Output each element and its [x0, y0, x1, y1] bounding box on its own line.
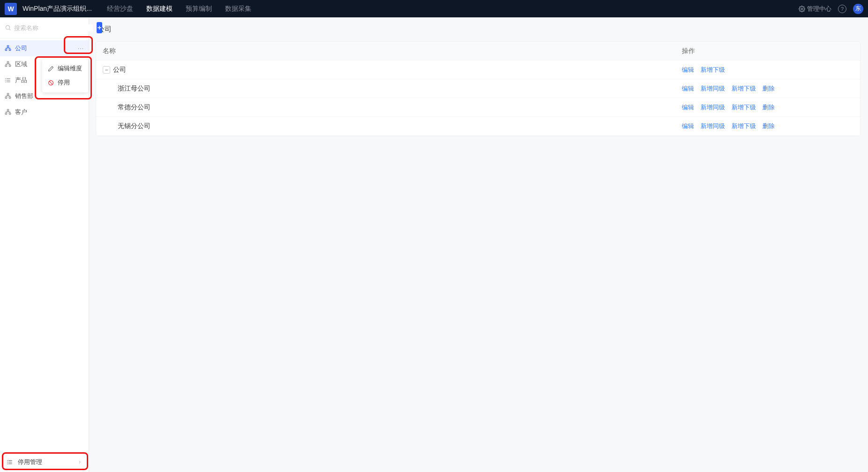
- tab-budget[interactable]: 预算编制: [186, 0, 212, 17]
- op-add-peer[interactable]: 新增同级: [701, 122, 725, 130]
- disabled-management-button[interactable]: 停用管理: [0, 452, 89, 472]
- svg-rect-18: [5, 97, 7, 99]
- management-center-link[interactable]: 管理中心: [799, 5, 831, 13]
- menu-edit-label: 编辑维度: [58, 64, 82, 73]
- company-table: 名称 操作 − 公司 编辑 新增下级 浙江母公司 编辑 新: [96, 41, 860, 136]
- layout: 公司 ··· 区域 产品 销售部: [0, 17, 868, 472]
- help-icon[interactable]: ?: [838, 5, 846, 13]
- menu-disable-label: 停用: [58, 78, 70, 87]
- sidebar-item-customer[interactable]: 客户: [0, 104, 89, 120]
- search-icon: [5, 24, 11, 31]
- forbidden-icon: [48, 80, 54, 86]
- cell-ops: 编辑 新增同级 新增下级 删除: [676, 84, 860, 93]
- chevron-right-icon: [77, 460, 82, 464]
- tab-data-model[interactable]: 数据建模: [146, 0, 173, 17]
- svg-point-30: [8, 464, 8, 464]
- op-delete[interactable]: 删除: [762, 84, 775, 93]
- svg-point-15: [6, 80, 6, 81]
- svg-rect-10: [9, 65, 11, 67]
- topbar-left: W WinPlan产品演示组织... 经营沙盘 数据建模 预算编制 数据采集: [5, 0, 251, 17]
- app-title: WinPlan产品演示组织...: [23, 5, 92, 13]
- table-row: 常德分公司 编辑 新增同级 新增下级 删除: [96, 98, 860, 117]
- top-tabs: 经营沙盘 数据建模 预算编制 数据采集: [107, 0, 251, 17]
- sidebar-item-company[interactable]: 公司 ···: [0, 40, 89, 56]
- search-input[interactable]: [14, 24, 93, 31]
- sidebar-list: 公司 ··· 区域 产品 销售部: [0, 38, 89, 452]
- sidebar-item-label: 公司: [15, 44, 27, 53]
- svg-line-24: [49, 81, 53, 84]
- svg-point-1: [6, 25, 9, 29]
- menu-disable-dimension[interactable]: 停用: [42, 76, 88, 90]
- cell-name: − 公司: [96, 66, 676, 74]
- row-name-label: 公司: [113, 66, 126, 74]
- row-name-label: 浙江母公司: [118, 84, 151, 93]
- cell-ops: 编辑 新增同级 新增下级 删除: [676, 122, 860, 130]
- list-icon: [5, 77, 11, 84]
- user-avatar[interactable]: 东: [853, 4, 863, 14]
- svg-rect-8: [7, 61, 9, 63]
- tab-dashboard[interactable]: 经营沙盘: [107, 0, 133, 17]
- svg-point-29: [8, 462, 8, 463]
- cell-ops: 编辑 新增下级: [676, 66, 860, 74]
- op-add-child[interactable]: 新增下级: [732, 84, 756, 93]
- op-edit[interactable]: 编辑: [682, 103, 694, 112]
- svg-rect-21: [5, 113, 7, 114]
- table-header-row: 名称 操作: [96, 42, 860, 61]
- svg-point-14: [6, 78, 6, 79]
- col-name-header: 名称: [96, 47, 676, 55]
- op-delete[interactable]: 删除: [762, 103, 775, 112]
- svg-rect-20: [7, 109, 9, 111]
- sidebar-item-label: 客户: [15, 108, 27, 116]
- topbar: W WinPlan产品演示组织... 经营沙盘 数据建模 预算编制 数据采集 管…: [0, 0, 868, 17]
- cell-name: 无锡分公司: [96, 122, 676, 130]
- table-row: 浙江母公司 编辑 新增同级 新增下级 删除: [96, 79, 860, 98]
- row-name-label: 常德分公司: [118, 103, 151, 112]
- col-ops-header: 操作: [676, 47, 860, 55]
- svg-rect-19: [9, 97, 11, 99]
- cell-ops: 编辑 新增同级 新增下级 删除: [676, 103, 860, 112]
- sidebar: 公司 ··· 区域 产品 销售部: [0, 17, 89, 472]
- svg-rect-7: [9, 49, 11, 51]
- op-add-peer[interactable]: 新增同级: [701, 84, 725, 93]
- page-title: 公司: [98, 25, 860, 34]
- svg-rect-6: [5, 49, 7, 51]
- op-add-child[interactable]: 新增下级: [732, 122, 756, 130]
- table-row: 无锡分公司 编辑 新增同级 新增下级 删除: [96, 117, 860, 136]
- edit-icon: [48, 66, 54, 72]
- collapse-toggle[interactable]: −: [103, 66, 110, 74]
- sidebar-item-label: 销售部: [15, 92, 33, 100]
- disabled-management-label: 停用管理: [18, 458, 42, 466]
- cell-name: 浙江母公司: [96, 84, 676, 93]
- svg-rect-5: [7, 46, 9, 47]
- org-icon: [5, 45, 11, 52]
- table-row: − 公司 编辑 新增下级: [96, 61, 860, 79]
- cell-name: 常德分公司: [96, 103, 676, 112]
- svg-rect-17: [7, 93, 9, 95]
- op-add-child[interactable]: 新增下级: [701, 66, 725, 74]
- org-icon: [5, 61, 11, 68]
- topbar-right: 管理中心 ? 东: [799, 4, 863, 14]
- add-dimension-button[interactable]: [97, 22, 102, 33]
- op-edit[interactable]: 编辑: [682, 84, 694, 93]
- tab-collection[interactable]: 数据采集: [225, 0, 251, 17]
- management-center-label: 管理中心: [807, 5, 831, 13]
- sidebar-search-row: [0, 17, 89, 38]
- op-delete[interactable]: 删除: [762, 122, 775, 130]
- search-input-wrap: [5, 24, 93, 31]
- list-icon: [7, 459, 13, 465]
- org-icon: [5, 109, 11, 115]
- svg-rect-22: [9, 113, 11, 114]
- main-content: 公司 名称 操作 − 公司 编辑 新增下级 浙江母公司: [89, 17, 868, 472]
- svg-line-2: [9, 29, 11, 30]
- plus-icon: [97, 25, 102, 30]
- svg-point-28: [8, 460, 8, 461]
- op-edit[interactable]: 编辑: [682, 122, 694, 130]
- more-icon[interactable]: ···: [78, 45, 84, 52]
- org-icon: [5, 93, 11, 99]
- menu-edit-dimension[interactable]: 编辑维度: [42, 61, 88, 76]
- op-edit[interactable]: 编辑: [682, 66, 694, 74]
- op-add-child[interactable]: 新增下级: [732, 103, 756, 112]
- op-add-peer[interactable]: 新增同级: [701, 103, 725, 112]
- svg-rect-9: [5, 65, 7, 67]
- gear-icon: [799, 6, 805, 12]
